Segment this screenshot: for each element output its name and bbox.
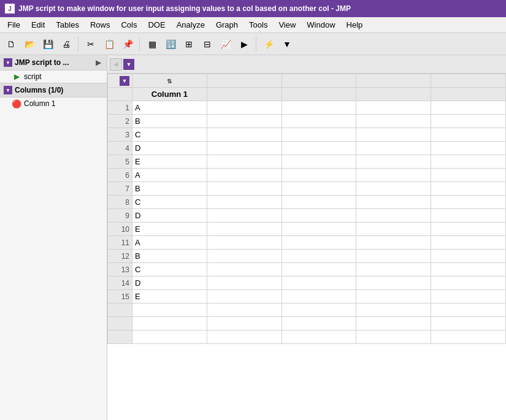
menu-item-rows[interactable]: Rows [85,19,115,31]
data-cell-empty-1[interactable] [207,236,282,250]
toolbar-btn-cols[interactable]: ⊞ [180,36,197,53]
data-cell-empty-2[interactable] [282,277,356,290]
menu-item-doe[interactable]: DOE [143,19,170,31]
data-cell-col1[interactable]: A [132,101,207,115]
data-cell-empty-2[interactable] [282,317,356,330]
data-cell-empty-1[interactable] [207,142,282,155]
data-cell-empty-4[interactable] [431,169,506,182]
data-cell-empty-3[interactable] [356,330,431,344]
toolbar-btn-open[interactable]: 📂 [21,36,38,53]
data-cell-empty-1[interactable] [207,155,282,169]
data-cell-empty-1[interactable] [207,330,282,344]
data-cell-col1[interactable]: C [132,128,207,142]
data-cell-empty-3[interactable] [356,236,431,250]
sidebar-item-script[interactable]: ▶ script [0,71,107,83]
data-cell-empty-1[interactable] [207,182,282,196]
data-cell-empty-1[interactable] [207,115,282,128]
data-cell-empty-4[interactable] [431,209,506,223]
data-cell-empty-2[interactable] [282,128,356,142]
table-dropdown-btn[interactable]: ▼ [123,59,134,70]
data-cell-empty-3[interactable] [356,169,431,182]
data-cell-empty-2[interactable] [282,250,356,263]
data-cell-col1[interactable]: C [132,263,207,277]
menu-item-edit[interactable]: Edit [26,19,50,31]
toolbar-btn-copy[interactable]: 📋 [101,36,118,53]
data-cell-empty-4[interactable] [431,263,506,277]
data-cell-empty-1[interactable] [207,101,282,115]
data-cell-empty-3[interactable] [356,250,431,263]
data-cell-empty-3[interactable] [356,317,431,330]
data-cell-col1[interactable]: B [132,115,207,128]
data-cell-empty-2[interactable] [282,155,356,169]
data-cell-col1[interactable]: E [132,223,207,236]
data-cell-empty-3[interactable] [356,223,431,236]
panel-expand-btn[interactable]: ▶ [93,58,103,67]
data-cell-empty-4[interactable] [431,250,506,263]
menu-item-cols[interactable]: Cols [116,19,142,31]
sidebar-item-column[interactable]: 🔴Column 1 [0,97,107,110]
data-cell-empty-3[interactable] [356,142,431,155]
data-cell-empty-1[interactable] [207,128,282,142]
data-cell-empty-3[interactable] [356,290,431,304]
data-cell-empty-2[interactable] [282,304,356,317]
panel-header[interactable]: ▼ JMP script to ... ▶ [0,55,107,71]
data-cell-empty-3[interactable] [356,277,431,290]
data-cell-empty-4[interactable] [431,155,506,169]
data-cell-empty-4[interactable] [431,182,506,196]
data-cell-empty-4[interactable] [431,290,506,304]
data-cell-empty-4[interactable] [431,128,506,142]
data-cell-empty-1[interactable] [207,250,282,263]
data-cell-empty-3[interactable] [356,182,431,196]
data-cell-empty-4[interactable] [431,101,506,115]
data-cell-empty-col1[interactable] [132,304,207,317]
data-cell-empty-2[interactable] [282,263,356,277]
data-cell-empty-3[interactable] [356,304,431,317]
data-cell-empty-1[interactable] [207,304,282,317]
data-cell-empty-4[interactable] [431,236,506,250]
data-cell-empty-4[interactable] [431,196,506,209]
toolbar-btn-graph1[interactable]: 📈 [217,36,234,53]
data-cell-col1[interactable]: A [132,169,207,182]
data-cell-empty-4[interactable] [431,223,506,236]
data-cell-empty-1[interactable] [207,263,282,277]
toolbar-btn-new[interactable]: 🗋 [2,36,20,53]
menu-item-tools[interactable]: Tools [244,19,272,31]
toolbar-btn-print[interactable]: 🖨 [58,36,75,53]
data-cell-col1[interactable]: D [132,277,207,290]
data-cell-empty-3[interactable] [356,128,431,142]
toolbar-btn-calc[interactable]: 🔢 [162,36,179,53]
data-cell-empty-4[interactable] [431,330,506,344]
data-cell-empty-2[interactable] [282,101,356,115]
menu-item-help[interactable]: Help [342,19,368,31]
data-cell-empty-3[interactable] [356,115,431,128]
data-cell-empty-3[interactable] [356,263,431,277]
toolbar-btn-table[interactable]: ▦ [144,36,161,53]
data-cell-empty-1[interactable] [207,196,282,209]
data-cell-empty-3[interactable] [356,101,431,115]
toolbar-btn-script[interactable]: ⚡ [260,36,277,53]
data-cell-empty-2[interactable] [282,169,356,182]
toolbar-btn-graph2[interactable]: ▶ [236,36,253,53]
data-cell-empty-4[interactable] [431,304,506,317]
toolbar-btn-dropdown[interactable]: ▼ [278,36,296,53]
data-cell-empty-col1[interactable] [132,330,207,344]
data-cell-col1[interactable]: D [132,142,207,155]
data-cell-empty-1[interactable] [207,223,282,236]
data-cell-empty-1[interactable] [207,169,282,182]
data-cell-empty-1[interactable] [207,209,282,223]
data-cell-empty-2[interactable] [282,209,356,223]
data-cell-empty-4[interactable] [431,115,506,128]
data-cell-empty-1[interactable] [207,277,282,290]
data-cell-empty-4[interactable] [431,277,506,290]
data-cell-empty-2[interactable] [282,330,356,344]
spreadsheet-wrapper[interactable]: ▼ ⇅ Column 1 [107,74,506,420]
toolbar-btn-paste[interactable]: 📌 [119,36,136,53]
data-cell-empty-3[interactable] [356,196,431,209]
data-cell-empty-2[interactable] [282,142,356,155]
menu-item-file[interactable]: File [2,19,25,31]
data-cell-empty-col1[interactable] [132,317,207,330]
menu-item-view[interactable]: View [274,19,301,31]
data-cell-empty-3[interactable] [356,155,431,169]
data-cell-empty-2[interactable] [282,236,356,250]
toolbar-btn-rows[interactable]: ⊟ [199,36,216,53]
